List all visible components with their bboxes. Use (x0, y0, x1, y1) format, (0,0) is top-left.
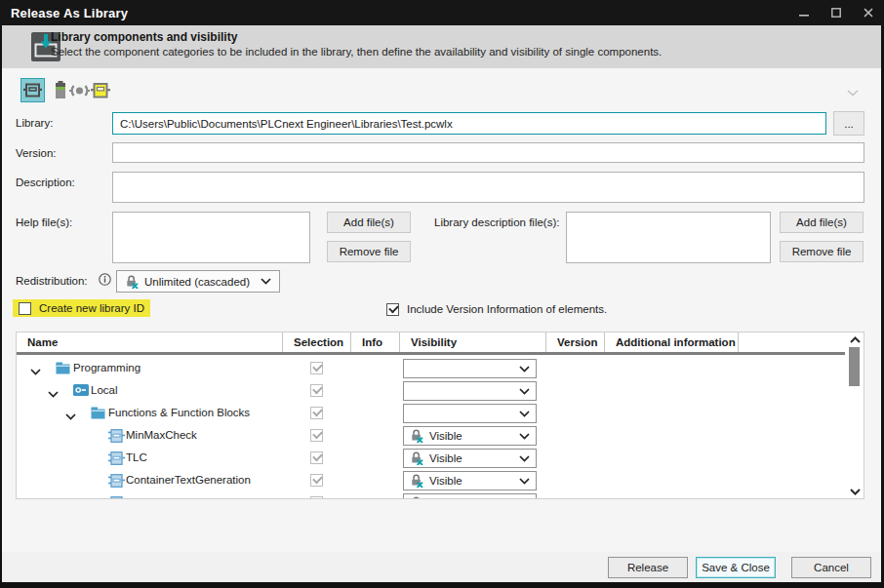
visibility-dropdown[interactable]: Visible (403, 449, 537, 468)
selection-checkbox[interactable] (310, 407, 323, 419)
visibility-dropdown[interactable] (403, 359, 537, 378)
window-controls (787, 0, 884, 25)
function-block-icon (108, 429, 125, 446)
create-new-library-id-option[interactable]: Create new library ID (13, 299, 150, 317)
browse-button[interactable]: ... (833, 111, 864, 136)
chevron-down-icon (519, 366, 530, 372)
include-version-info-label: Include Version Information of elements. (407, 303, 607, 315)
info-icon[interactable] (99, 273, 111, 286)
visibility-value: Visible (429, 475, 462, 487)
library-description-files-list[interactable] (566, 212, 771, 263)
yellow-component-icon (91, 83, 110, 98)
help-files-list[interactable] (112, 212, 310, 263)
components-view-button[interactable] (88, 78, 112, 102)
selection-checkbox[interactable] (310, 474, 323, 487)
header-title: Library components and visibility (51, 30, 237, 44)
visibility-dropdown[interactable]: Visible (403, 493, 537, 499)
chevron-down-icon (519, 433, 530, 440)
redistribution-dropdown[interactable]: Unlimited (cascaded) (116, 270, 280, 293)
visibility-dropdown[interactable]: Visible (403, 471, 537, 490)
components-table: NameSelectionInfoVisibilityVersionAdditi… (16, 332, 864, 499)
description-input[interactable] (112, 172, 864, 203)
visibility-dropdown[interactable] (403, 381, 537, 401)
column-header-name: Name (17, 333, 283, 352)
selection-checkbox[interactable] (310, 429, 323, 442)
title-bar: Release As Library (0, 0, 884, 25)
battery-icon (55, 81, 66, 99)
library-description-files-label: Library description file(s): (434, 216, 559, 228)
release-as-library-dialog: Release As Library Library components an… (0, 0, 884, 588)
dialog-footer: Release Save & Close Cancel (2, 552, 881, 582)
cancel-button[interactable]: Cancel (791, 557, 871, 578)
column-header-additional-information: Additional information (605, 333, 739, 352)
visible-lock-icon (410, 496, 423, 499)
expand-collapse-icon[interactable] (30, 365, 41, 378)
table-row: TLCVisible (17, 448, 845, 470)
column-header-info: Info (351, 333, 400, 352)
help-remove-file-button[interactable]: Remove file (327, 241, 411, 262)
scrollbar-thumb[interactable] (849, 347, 860, 386)
folder-icon (56, 362, 70, 377)
vertical-scrollbar[interactable] (846, 333, 864, 498)
function-block-icon (108, 451, 125, 468)
row-name[interactable]: MinMaxCheck (126, 429, 197, 441)
maximize-button[interactable] (820, 0, 852, 25)
column-header-selection: Selection (283, 333, 351, 352)
function-block-icon (108, 474, 125, 490)
minimize-icon (799, 8, 809, 18)
table-row: Functions & Function Blocks (17, 403, 845, 425)
row-name[interactable]: Functions & Function Blocks (108, 407, 250, 418)
project-icon (73, 384, 89, 399)
minimize-button[interactable] (787, 0, 820, 25)
library-view-button[interactable] (20, 78, 45, 102)
chevron-down-icon (519, 478, 530, 485)
close-button[interactable] (852, 0, 884, 25)
chevron-down-icon (261, 278, 271, 285)
column-header-blank (739, 333, 845, 352)
eye-icon (69, 85, 90, 97)
redistribution-value: Unlimited (cascaded) (144, 276, 250, 288)
selection-checkbox[interactable] (310, 362, 323, 374)
scroll-down-button[interactable] (846, 485, 864, 498)
table-row: MinMaxCheckVisible (17, 425, 845, 448)
dialog-header: Library components and visibility Select… (2, 25, 881, 68)
visibility-value: Visible (429, 452, 462, 464)
table-row: Visible (17, 492, 845, 499)
release-button[interactable]: Release (608, 557, 688, 578)
chevron-down-icon (850, 489, 861, 495)
version-label: Version: (16, 147, 57, 159)
desc-remove-file-button[interactable]: Remove file (780, 241, 864, 262)
table-row: Programming (17, 358, 845, 380)
create-new-library-id-checkbox[interactable] (19, 302, 31, 315)
visibility-dropdown[interactable]: Visible (403, 426, 537, 446)
visibility-dropdown[interactable] (403, 404, 537, 423)
column-header-version: Version (546, 333, 605, 352)
library-label: Library: (16, 117, 53, 129)
row-name[interactable]: TLC (126, 451, 147, 463)
table-row: Local (17, 380, 845, 403)
row-name[interactable]: Programming (73, 362, 141, 373)
include-version-info-checkbox[interactable] (386, 303, 399, 316)
selection-checkbox[interactable] (310, 451, 323, 464)
help-add-files-button[interactable]: Add file(s) (327, 212, 411, 233)
function-block-icon (108, 496, 125, 499)
row-name[interactable]: ContainerTextGeneration (126, 474, 251, 486)
version-input[interactable] (112, 142, 864, 163)
visible-lock-icon (410, 451, 423, 465)
selection-checkbox[interactable] (310, 496, 323, 499)
save-and-close-button[interactable]: Save & Close (696, 557, 776, 578)
selection-checkbox[interactable] (310, 384, 323, 397)
create-new-library-id-label: Create new library ID (39, 302, 144, 314)
desc-add-files-button[interactable]: Add file(s) (780, 212, 864, 233)
expand-collapse-icon[interactable] (65, 410, 76, 423)
expand-collapse-icon[interactable] (48, 387, 59, 401)
row-name[interactable]: Local (91, 384, 118, 396)
collapse-section-icon[interactable] (847, 90, 859, 97)
visible-lock-icon (410, 474, 423, 488)
window-title: Release As Library (0, 6, 128, 20)
table-row: ContainerTextGenerationVisible (17, 470, 845, 492)
scroll-up-button[interactable] (846, 333, 864, 346)
visibility-value: Visible (429, 497, 462, 499)
include-version-info-option[interactable]: Include Version Information of elements. (381, 300, 613, 318)
library-path-input[interactable] (112, 112, 826, 135)
